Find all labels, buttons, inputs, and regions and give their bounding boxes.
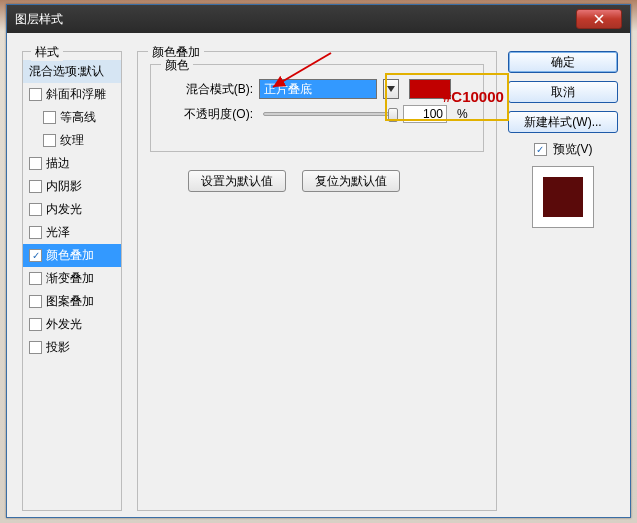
style-label: 外发光 [46,316,82,333]
style-checkbox[interactable] [29,318,42,331]
color-group-title: 颜色 [161,57,193,74]
style-item-6[interactable]: 光泽 [23,221,121,244]
opacity-label: 不透明度(O): [173,106,253,123]
style-item-1[interactable]: 等高线 [23,106,121,129]
style-item-5[interactable]: 内发光 [23,198,121,221]
blend-mode-row: 混合模式(B): 正片叠底 [173,79,451,99]
style-label: 图案叠加 [46,293,94,310]
chevron-down-icon [387,86,395,92]
style-item-11[interactable]: 投影 [23,336,121,359]
new-style-button[interactable]: 新建样式(W)... [508,111,618,133]
style-checkbox[interactable] [29,249,42,262]
style-item-4[interactable]: 内阴影 [23,175,121,198]
details-group: 颜色叠加 颜色 混合模式(B): 正片叠底 不透明度(O): 100 [137,51,497,511]
style-checkbox[interactable] [29,226,42,239]
style-item-10[interactable]: 外发光 [23,313,121,336]
style-item-9[interactable]: 图案叠加 [23,290,121,313]
close-button[interactable] [576,9,622,29]
preview-checkbox[interactable] [534,143,547,156]
ok-button[interactable]: 确定 [508,51,618,73]
style-checkbox[interactable] [43,134,56,147]
preview-label: 预览(V) [553,141,593,158]
style-item-7[interactable]: 颜色叠加 [23,244,121,267]
right-buttons: 确定 取消 新建样式(W)... 预览(V) [508,51,618,228]
styles-panel-title: 样式 [31,44,63,61]
style-checkbox[interactable] [29,180,42,193]
style-label: 等高线 [60,109,96,126]
style-label: 纹理 [60,132,84,149]
style-checkbox[interactable] [43,111,56,124]
style-label: 颜色叠加 [46,247,94,264]
reset-default-button[interactable]: 复位为默认值 [302,170,400,192]
style-checkbox[interactable] [29,341,42,354]
blend-mode-combo[interactable]: 正片叠底 [259,79,377,99]
opacity-slider[interactable] [263,112,393,116]
blend-mode-dropdown-arrow[interactable] [383,79,399,99]
styles-panel: 样式 混合选项:默认 斜面和浮雕等高线纹理描边内阴影内发光光泽颜色叠加渐变叠加图… [22,51,122,511]
cancel-button[interactable]: 取消 [508,81,618,103]
reset-buttons-row: 设置为默认值 复位为默认值 [188,170,400,192]
style-checkbox[interactable] [29,88,42,101]
layer-style-dialog: 图层样式 样式 混合选项:默认 斜面和浮雕等高线纹理描边内阴影内发光光泽颜色叠加… [6,4,631,518]
opacity-value-input[interactable]: 100 [403,105,447,123]
set-default-button[interactable]: 设置为默认值 [188,170,286,192]
style-label: 光泽 [46,224,70,241]
opacity-unit: % [457,107,468,121]
title-bar: 图层样式 [7,5,630,33]
client-area: 样式 混合选项:默认 斜面和浮雕等高线纹理描边内阴影内发光光泽颜色叠加渐变叠加图… [7,33,630,517]
style-checkbox[interactable] [29,295,42,308]
style-label: 斜面和浮雕 [46,86,106,103]
color-group: 颜色 混合模式(B): 正片叠底 不透明度(O): 100 % [150,64,484,152]
preview-swatch [543,177,583,217]
style-checkbox[interactable] [29,203,42,216]
style-label: 投影 [46,339,70,356]
style-checkbox[interactable] [29,157,42,170]
close-icon [594,14,604,24]
style-label: 内发光 [46,201,82,218]
style-label: 渐变叠加 [46,270,94,287]
blend-options-item[interactable]: 混合选项:默认 [23,60,121,83]
opacity-slider-thumb[interactable] [388,108,398,122]
style-item-0[interactable]: 斜面和浮雕 [23,83,121,106]
style-item-8[interactable]: 渐变叠加 [23,267,121,290]
overlay-color-swatch[interactable] [409,79,451,99]
style-label: 内阴影 [46,178,82,195]
style-label: 描边 [46,155,70,172]
window-title: 图层样式 [15,11,576,28]
blend-mode-label: 混合模式(B): [173,81,253,98]
opacity-row: 不透明度(O): 100 % [173,105,468,123]
preview-toggle-row: 预览(V) [508,141,618,158]
style-item-2[interactable]: 纹理 [23,129,121,152]
style-item-3[interactable]: 描边 [23,152,121,175]
preview-box [532,166,594,228]
style-checkbox[interactable] [29,272,42,285]
